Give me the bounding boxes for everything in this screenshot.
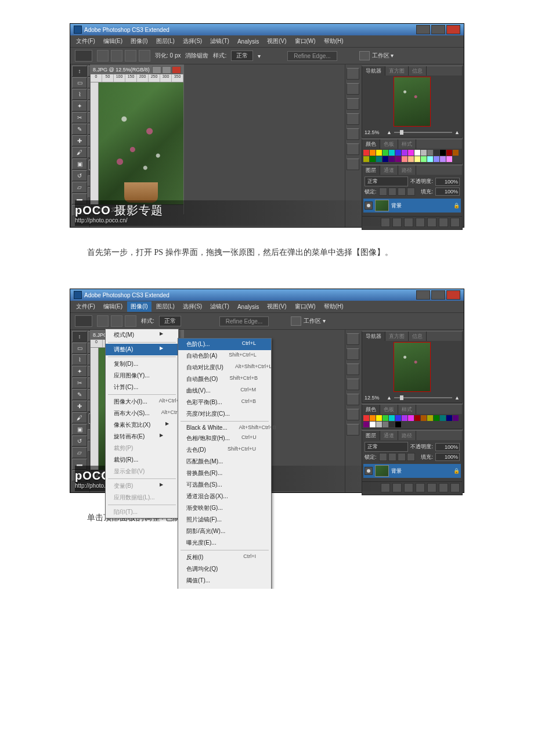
- document-image[interactable]: [99, 82, 183, 204]
- doc-min-button[interactable]: [152, 66, 161, 74]
- menu-file[interactable]: 文件(F): [73, 36, 99, 46]
- swatch[interactable]: [389, 150, 395, 156]
- eyedropper-tool[interactable]: ✎: [72, 124, 87, 135]
- dock-icon-7[interactable]: [347, 424, 359, 435]
- add-selection-icon[interactable]: [111, 50, 122, 62]
- layer-mask-icon[interactable]: [404, 218, 413, 227]
- group-icon[interactable]: [427, 218, 436, 227]
- eraser-tool[interactable]: ▱: [72, 447, 87, 458]
- lasso-tool[interactable]: ⌇: [72, 89, 87, 100]
- dock-icon-1[interactable]: [347, 68, 359, 80]
- eyedropper-tool[interactable]: ✎: [72, 389, 87, 400]
- menu-item-bw[interactable]: Black & White...Alt+Shift+Ctrl+B: [178, 423, 271, 433]
- menu-filter[interactable]: 滤镜(T): [207, 301, 233, 312]
- new-layer-icon[interactable]: [439, 483, 448, 492]
- lock-position-icon[interactable]: [398, 453, 406, 461]
- swatch[interactable]: [446, 415, 452, 421]
- layer-thumbnail[interactable]: [375, 200, 389, 211]
- tab-histogram[interactable]: 直方图: [385, 332, 409, 341]
- swatch[interactable]: [446, 150, 452, 156]
- marquee-tool[interactable]: ▭: [72, 77, 87, 88]
- subtract-selection-icon[interactable]: [125, 50, 136, 62]
- swatch[interactable]: [383, 415, 388, 421]
- tab-navigator[interactable]: 导航器: [362, 66, 385, 75]
- swatch[interactable]: [370, 415, 376, 421]
- menu-item-rotate-canvas[interactable]: 旋转画布(E): [106, 431, 178, 442]
- new-layer-icon[interactable]: [439, 218, 448, 227]
- swatch[interactable]: [395, 415, 401, 421]
- move-tool[interactable]: ↕: [72, 331, 87, 342]
- minimize-button[interactable]: [416, 290, 430, 300]
- menu-layer[interactable]: 图层(L): [153, 36, 178, 46]
- minimize-button[interactable]: [416, 25, 430, 34]
- swatch[interactable]: [363, 156, 369, 162]
- tab-layers[interactable]: 图层: [362, 165, 380, 175]
- crop-tool[interactable]: ✂: [72, 377, 87, 388]
- swatch[interactable]: [395, 150, 401, 156]
- menu-item-replace-color[interactable]: 替换颜色(R)...: [178, 467, 271, 479]
- workspace-switcher[interactable]: 工作区 ▾: [304, 317, 326, 325]
- swatch[interactable]: [408, 156, 414, 162]
- lock-pixels-icon[interactable]: [388, 453, 396, 461]
- lock-position-icon[interactable]: [398, 188, 406, 196]
- menu-item-invert[interactable]: 反相(I)Ctrl+I: [178, 552, 271, 563]
- menu-item-gradient-map[interactable]: 渐变映射(G)...: [178, 502, 271, 514]
- swatch[interactable]: [389, 415, 395, 421]
- swatch[interactable]: [376, 156, 382, 162]
- swatch[interactable]: [363, 150, 369, 156]
- menu-analysis[interactable]: Analysis: [234, 37, 262, 46]
- swatch[interactable]: [408, 150, 414, 156]
- menu-file[interactable]: 文件(F): [73, 301, 99, 312]
- tab-navigator[interactable]: 导航器: [362, 332, 385, 341]
- menu-item-adjustments[interactable]: 调整(A): [106, 344, 178, 355]
- menu-help[interactable]: 帮助(H): [320, 301, 347, 312]
- layer-item[interactable]: 背景 🔒: [363, 199, 461, 213]
- dock-icon-1[interactable]: [347, 333, 359, 345]
- new-selection-icon[interactable]: [97, 50, 109, 62]
- swatch[interactable]: [414, 415, 420, 421]
- screen-mode-icon[interactable]: [291, 316, 301, 326]
- menu-item-image-size[interactable]: 图像大小(I)...Alt+Ctrl+I: [106, 396, 178, 408]
- swatch[interactable]: [402, 415, 407, 421]
- swatch[interactable]: [395, 156, 401, 162]
- menu-edit[interactable]: 编辑(E): [100, 301, 126, 312]
- swatch[interactable]: [434, 415, 439, 421]
- zoom-slider[interactable]: [394, 397, 452, 398]
- zoom-slider[interactable]: [394, 132, 452, 133]
- dock-icon-4[interactable]: [347, 113, 359, 125]
- layer-mask-icon[interactable]: [404, 483, 413, 492]
- menu-analysis[interactable]: Analysis: [234, 303, 262, 311]
- fill-field[interactable]: 100%: [435, 453, 460, 461]
- swatch[interactable]: [434, 150, 439, 156]
- workspace-switcher[interactable]: 工作区 ▾: [372, 52, 394, 60]
- swatch[interactable]: [389, 422, 395, 427]
- trash-icon[interactable]: [450, 483, 460, 492]
- layer-thumbnail[interactable]: [375, 465, 389, 477]
- stamp-tool[interactable]: ▣: [72, 159, 87, 170]
- tab-info[interactable]: 信息: [409, 66, 427, 75]
- swatch[interactable]: [414, 156, 420, 162]
- tab-color[interactable]: 颜色: [362, 139, 380, 149]
- swatch[interactable]: [427, 156, 433, 162]
- style-dropdown[interactable]: 正常: [231, 51, 253, 61]
- doc-close-button[interactable]: [172, 66, 181, 74]
- dock-icon-3[interactable]: [347, 363, 359, 375]
- swatch[interactable]: [440, 156, 446, 162]
- dock-icon-5[interactable]: [347, 394, 359, 405]
- swatch[interactable]: [402, 156, 407, 162]
- menu-item-photo-filter[interactable]: 照片滤镜(F)...: [178, 514, 271, 525]
- layer-style-icon[interactable]: [392, 483, 402, 492]
- menu-item-channel-mixer[interactable]: 通道混合器(X)...: [178, 491, 271, 502]
- tab-color[interactable]: 颜色: [362, 405, 380, 414]
- dock-icon-4[interactable]: [347, 379, 359, 390]
- menu-item-calculations[interactable]: 计算(C)...: [106, 381, 178, 393]
- visibility-icon[interactable]: [365, 201, 373, 210]
- tool-preset[interactable]: [75, 315, 92, 327]
- layer-item[interactable]: 背景 🔒: [363, 464, 461, 478]
- swatch[interactable]: [395, 422, 401, 427]
- close-button[interactable]: [446, 290, 460, 300]
- menu-item-auto-contrast[interactable]: 自动对比度(U)Alt+Shift+Ctrl+L: [178, 362, 271, 373]
- navigator-zoom[interactable]: 12.5%: [365, 129, 384, 135]
- layer-style-icon[interactable]: [392, 218, 402, 227]
- menu-item-hue-sat[interactable]: 色相/饱和度(H)...Ctrl+U: [178, 433, 271, 444]
